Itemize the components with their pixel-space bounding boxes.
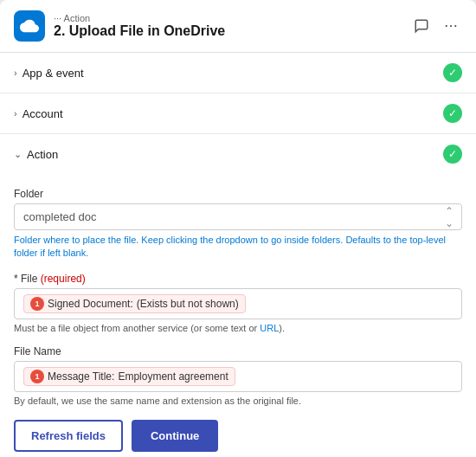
section-action[interactable]: ⌄ Action ✓ [0, 134, 476, 174]
filename-tag: 1 Message Title: Employment agreement [23, 367, 235, 386]
svg-point-2 [454, 25, 456, 27]
file-input[interactable]: 1 Signed Document: (Exists but not shown… [14, 288, 462, 319]
chevron-right-icon: › [14, 68, 17, 78]
tag-number-icon: 1 [30, 297, 44, 311]
file-note: Must be a file object from another servi… [14, 323, 462, 333]
header-subtitle: ··· Action [54, 13, 402, 23]
filename-input[interactable]: 1 Message Title: Employment agreement [14, 361, 462, 392]
app-icon [14, 10, 45, 42]
header-actions [410, 15, 462, 37]
filename-tag-number-icon: 1 [30, 370, 44, 383]
filename-note: By default, we use the same name and ext… [14, 396, 462, 406]
file-tag-suffix: (Exists but not shown) [137, 298, 239, 310]
dots-label: ··· Action [54, 13, 90, 23]
section-app-event-label: App & event [23, 67, 84, 80]
check-icon-app-event: ✓ [443, 63, 462, 82]
refresh-fields-button[interactable]: Refresh fields [14, 420, 123, 452]
folder-hint: Folder where to place the file. Keep cli… [14, 234, 462, 261]
section-account-label: Account [23, 107, 63, 120]
filename-tag-value: Employment agreement [118, 370, 228, 383]
modal-container: ··· Action 2. Upload File in OneDrive › … [0, 0, 476, 457]
filename-field-group: File Name 1 Message Title: Employment ag… [14, 345, 462, 406]
modal-header: ··· Action 2. Upload File in OneDrive [0, 0, 476, 53]
folder-input-wrapper: ⌃⌄ [14, 203, 462, 230]
filename-label: File Name [14, 345, 462, 357]
folder-label: Folder [14, 188, 462, 200]
folder-input[interactable] [14, 203, 462, 230]
check-icon-action: ✓ [443, 145, 462, 164]
folder-field-group: Folder ⌃⌄ Folder where to place the file… [14, 188, 462, 261]
section-app-event[interactable]: › App & event ✓ [0, 53, 476, 93]
check-icon-account: ✓ [443, 104, 462, 123]
file-tag: 1 Signed Document: (Exists but not shown… [23, 294, 246, 313]
page-title: 2. Upload File in OneDrive [54, 23, 402, 39]
header-text: ··· Action 2. Upload File in OneDrive [54, 13, 402, 39]
file-label: * File (required) [14, 273, 462, 285]
chevron-right-icon-account: › [14, 108, 17, 119]
comment-button[interactable] [410, 15, 433, 37]
continue-button[interactable]: Continue [132, 420, 218, 452]
action-content: Folder ⌃⌄ Folder where to place the file… [0, 174, 476, 457]
filename-tag-label: Message Title: [48, 370, 114, 383]
section-account[interactable]: › Account ✓ [0, 93, 476, 134]
svg-point-1 [450, 25, 452, 27]
more-options-button[interactable] [440, 15, 462, 37]
url-link[interactable]: URL [260, 323, 279, 333]
file-field-group: * File (required) 1 Signed Document: (Ex… [14, 273, 462, 333]
file-tag-label: Signed Document: [48, 298, 133, 310]
chevron-down-icon-action: ⌄ [14, 149, 22, 160]
section-action-label: Action [27, 148, 58, 161]
svg-point-0 [446, 25, 447, 27]
action-buttons: Refresh fields Continue [14, 420, 462, 452]
